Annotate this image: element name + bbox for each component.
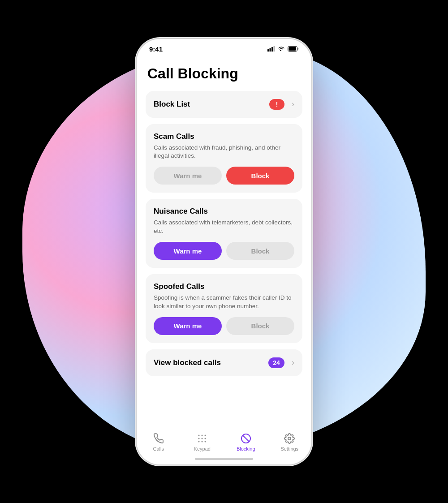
settings-icon [284, 433, 295, 444]
svg-rect-0 [267, 49, 269, 52]
tab-settings-label: Settings [280, 446, 298, 451]
spoofed-block-button[interactable]: Block [226, 317, 294, 335]
spoofed-calls-card: Spoofed Calls Spoofing is when a scammer… [146, 274, 302, 343]
tab-blocking-label: Blocking [237, 446, 255, 451]
svg-point-8 [205, 434, 206, 436]
tab-calls-label: Calls [153, 446, 164, 451]
svg-rect-5 [289, 47, 296, 51]
svg-rect-1 [270, 48, 271, 52]
svg-point-6 [198, 434, 200, 436]
tab-calls[interactable]: Calls [145, 433, 172, 451]
view-blocked-right: 24 › [268, 357, 294, 368]
svg-point-10 [202, 438, 203, 439]
scam-warn-button[interactable]: Warn me [154, 167, 222, 185]
spoofed-calls-title: Spoofed Calls [154, 282, 294, 291]
block-list-chevron: › [292, 99, 294, 109]
spoofed-warn-button[interactable]: Warn me [154, 317, 222, 335]
tab-keypad-label: Keypad [194, 446, 211, 451]
status-time: 9:41 [149, 45, 163, 53]
svg-line-16 [243, 435, 249, 441]
svg-point-13 [202, 441, 203, 442]
nuisance-calls-card: Nuisance Calls Calls associated with tel… [146, 199, 302, 268]
block-list-card[interactable]: Block List ! › [146, 91, 302, 118]
scam-block-button[interactable]: Block [226, 167, 294, 185]
block-list-label: Block List [154, 100, 190, 109]
spoofed-calls-actions: Warn me Block [154, 317, 294, 335]
tab-keypad[interactable]: Keypad [189, 433, 215, 451]
nuisance-warn-button[interactable]: Warn me [154, 242, 222, 260]
nuisance-calls-desc: Calls associated with telemarketers, deb… [154, 219, 294, 236]
scam-calls-card: Scam Calls Calls associated with fraud, … [146, 124, 302, 193]
view-blocked-label: View blocked calls [154, 358, 221, 367]
view-blocked-card[interactable]: View blocked calls 24 › [146, 349, 302, 376]
signal-icon [267, 46, 275, 52]
wifi-icon [278, 46, 285, 52]
svg-rect-2 [271, 47, 273, 52]
blocking-icon [240, 433, 252, 444]
svg-point-12 [198, 441, 200, 442]
svg-point-14 [205, 441, 206, 442]
svg-point-17 [288, 437, 291, 440]
scam-calls-title: Scam Calls [154, 132, 294, 141]
block-list-right: ! › [269, 99, 294, 110]
svg-point-9 [198, 438, 200, 439]
scam-calls-actions: Warn me Block [154, 167, 294, 185]
nuisance-block-button[interactable]: Block [226, 242, 294, 260]
scam-calls-desc: Calls associated with fraud, phishing, a… [154, 144, 294, 161]
nuisance-calls-title: Nuisance Calls [154, 207, 294, 216]
screen-content: Call Blocking Block List ! › Scam Calls … [137, 56, 311, 428]
tab-settings[interactable]: Settings [276, 433, 303, 451]
svg-point-7 [202, 434, 203, 436]
page-title: Call Blocking [146, 65, 302, 82]
home-indicator [137, 455, 311, 464]
calls-icon [153, 433, 164, 444]
battery-icon [288, 46, 299, 52]
spoofed-calls-desc: Spoofing is when a scammer fakes their c… [154, 294, 294, 311]
phone-frame: 9:41 [137, 39, 311, 464]
nuisance-calls-actions: Warn me Block [154, 242, 294, 260]
view-blocked-chevron: › [292, 358, 294, 367]
status-bar: 9:41 [137, 39, 311, 56]
status-icons [267, 46, 299, 52]
tab-bar: Calls Keypad [137, 428, 311, 455]
tab-blocking[interactable]: Blocking [233, 433, 259, 451]
blocked-count-badge: 24 [268, 357, 284, 368]
svg-rect-3 [274, 46, 275, 52]
keypad-icon [196, 433, 208, 444]
svg-point-11 [205, 438, 206, 439]
alert-badge: ! [269, 99, 284, 110]
home-bar [195, 458, 253, 460]
